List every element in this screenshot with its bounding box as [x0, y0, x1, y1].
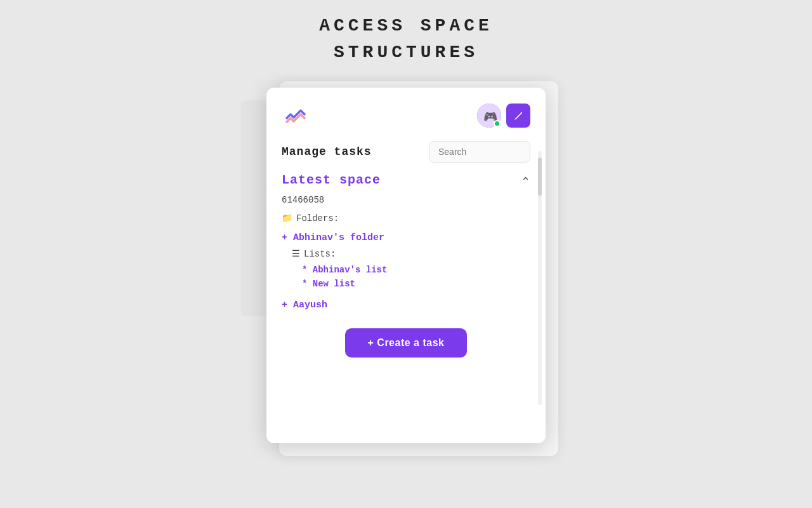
- page-title: ACCESS SPACE STRUCTURES: [319, 13, 493, 66]
- header-icons: 🎮: [477, 104, 530, 128]
- scrollbar-track[interactable]: [538, 151, 542, 405]
- page-wrapper: ACCESS SPACE STRUCTURES: [0, 0, 812, 508]
- modal-backdrop: 🎮 Manage tasks: [260, 81, 552, 450]
- list-item-new[interactable]: * New list: [282, 277, 530, 291]
- folder-icon: 📁: [282, 213, 292, 224]
- lists-label: ☰ Lists:: [282, 248, 530, 259]
- space-id: 61466058: [282, 195, 530, 205]
- avatar-icon[interactable]: 🎮: [477, 104, 501, 128]
- folder-item-abhinav[interactable]: + Abhinav's folder: [282, 230, 530, 246]
- title-search-row: Manage tasks: [282, 141, 530, 163]
- list-item-abhinav[interactable]: * Abhinav's list: [282, 263, 530, 277]
- space-section: Latest space ⌃ 61466058 📁 Folders: + Abh…: [282, 173, 530, 313]
- modal-header: 🎮: [282, 100, 530, 131]
- collapse-icon[interactable]: ⌃: [521, 175, 530, 189]
- modal-title: Manage tasks: [282, 145, 372, 158]
- space-header: Latest space ⌃: [282, 173, 530, 190]
- online-dot: [494, 120, 501, 127]
- space-name[interactable]: Latest space: [282, 173, 381, 187]
- search-input[interactable]: [429, 141, 530, 163]
- folders-label: 📁 Folders:: [282, 213, 530, 224]
- edit-button[interactable]: [506, 104, 530, 128]
- logo: [282, 100, 310, 131]
- folder-item-aayush[interactable]: + Aayush: [282, 297, 530, 313]
- modal-panel: 🎮 Manage tasks: [266, 88, 546, 443]
- list-icon: ☰: [292, 248, 300, 259]
- create-task-button[interactable]: + Create a task: [345, 328, 468, 358]
- scrollbar-thumb[interactable]: [538, 157, 542, 196]
- left-partial-card: [241, 100, 266, 316]
